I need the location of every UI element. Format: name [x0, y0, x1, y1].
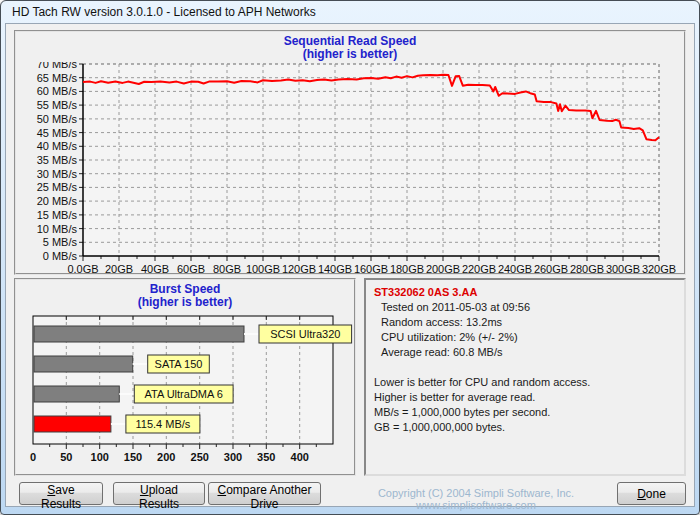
svg-text:50 MB/s: 50 MB/s [37, 113, 78, 125]
svg-text:100GB: 100GB [246, 263, 280, 274]
info-line-average-read: Average read: 60.8 MB/s [374, 345, 676, 360]
svg-text:115.4 MB/s: 115.4 MB/s [135, 418, 190, 430]
sequential-read-chart: 70 MB/s65 MB/s60 MB/s55 MB/s50 MB/s45 MB… [17, 62, 683, 274]
svg-text:10 MB/s: 10 MB/s [37, 223, 78, 235]
svg-text:55 MB/s: 55 MB/s [37, 99, 78, 111]
svg-text:60 MB/s: 60 MB/s [37, 85, 78, 97]
svg-text:320GB: 320GB [642, 263, 676, 274]
svg-text:0.0GB: 0.0GB [67, 263, 98, 274]
info-line-cpu: CPU utilization: 2% (+/- 2%) [374, 330, 676, 345]
window-title: HD Tach RW version 3.0.1.0 - Licensed to… [12, 5, 316, 19]
svg-text:40GB: 40GB [141, 263, 169, 274]
svg-text:35 MB/s: 35 MB/s [37, 154, 78, 166]
svg-text:150: 150 [124, 451, 142, 463]
svg-text:400: 400 [291, 451, 309, 463]
svg-text:140GB: 140GB [318, 263, 352, 274]
svg-text:0 MB/s: 0 MB/s [43, 250, 78, 262]
seq-chart-subtitle: (higher is better) [16, 48, 684, 61]
svg-text:160GB: 160GB [354, 263, 388, 274]
svg-text:200: 200 [157, 451, 175, 463]
compare-another-drive-button[interactable]: Compare Another Drive [208, 482, 321, 505]
svg-text:20GB: 20GB [105, 263, 133, 274]
svg-text:200GB: 200GB [426, 263, 460, 274]
svg-text:20 MB/s: 20 MB/s [37, 195, 78, 207]
info-note: Lower is better for CPU and random acces… [374, 375, 676, 390]
svg-text:25 MB/s: 25 MB/s [37, 181, 78, 193]
info-note: MB/s = 1,000,000 bytes per second. [374, 405, 676, 420]
svg-text:300: 300 [224, 451, 242, 463]
info-line-random-access: Random access: 13.2ms [374, 315, 676, 330]
svg-text:280GB: 280GB [570, 263, 604, 274]
drive-name: ST332062 0AS 3.AA [374, 285, 676, 300]
svg-text:250: 250 [191, 451, 209, 463]
svg-text:65 MB/s: 65 MB/s [37, 72, 78, 84]
svg-text:300GB: 300GB [606, 263, 640, 274]
burst-speed-chart: 050100150200250300350400SCSI Ultra320SAT… [17, 312, 353, 472]
svg-text:120GB: 120GB [282, 263, 316, 274]
client-area: Sequential Read Speed (higher is better)… [5, 23, 695, 507]
svg-text:180GB: 180GB [390, 263, 424, 274]
info-note: Higher is better for average read. [374, 390, 676, 405]
svg-text:100: 100 [91, 451, 109, 463]
svg-text:15 MB/s: 15 MB/s [37, 209, 78, 221]
sequential-read-panel: Sequential Read Speed (higher is better)… [14, 30, 686, 275]
svg-text:30 MB/s: 30 MB/s [37, 168, 78, 180]
svg-text:60GB: 60GB [177, 263, 205, 274]
info-notes: Lower is better for CPU and random acces… [374, 375, 676, 435]
svg-text:70 MB/s: 70 MB/s [37, 62, 78, 70]
svg-text:260GB: 260GB [534, 263, 568, 274]
svg-text:350: 350 [257, 451, 275, 463]
svg-text:ATA UltraDMA 6: ATA UltraDMA 6 [144, 388, 222, 400]
upload-results-button[interactable]: Upload Results [113, 482, 205, 505]
svg-text:220GB: 220GB [462, 263, 496, 274]
svg-text:240GB: 240GB [498, 263, 532, 274]
burst-chart-subtitle: (higher is better) [16, 296, 354, 309]
svg-text:45 MB/s: 45 MB/s [37, 127, 78, 139]
svg-text:5 MB/s: 5 MB/s [43, 236, 78, 248]
burst-speed-panel: Burst Speed (higher is better) 050100150… [14, 278, 356, 476]
title-bar[interactable]: HD Tach RW version 3.0.1.0 - Licensed to… [5, 1, 695, 23]
svg-text:40 MB/s: 40 MB/s [37, 140, 78, 152]
app-window: HD Tach RW version 3.0.1.0 - Licensed to… [0, 0, 700, 515]
svg-text:80GB: 80GB [213, 263, 241, 274]
info-note: GB = 1,000,000,000 bytes. [374, 420, 676, 435]
results-info-panel: ST332062 0AS 3.AA Tested on 2011-05-03 a… [364, 278, 686, 476]
seq-chart-title: Sequential Read Speed [16, 32, 684, 48]
svg-text:50: 50 [60, 451, 72, 463]
burst-chart-title: Burst Speed [16, 280, 354, 296]
done-button[interactable]: Done [617, 482, 686, 505]
svg-text:SATA 150: SATA 150 [155, 358, 203, 370]
copyright-text: Copyright (C) 2004 Simpli Software, Inc.… [336, 487, 616, 511]
svg-text:0: 0 [30, 451, 36, 463]
svg-text:SCSI Ultra320: SCSI Ultra320 [270, 328, 340, 340]
save-results-button[interactable]: Save Results [19, 482, 103, 505]
info-line-tested: Tested on 2011-05-03 at 09:56 [374, 300, 676, 315]
